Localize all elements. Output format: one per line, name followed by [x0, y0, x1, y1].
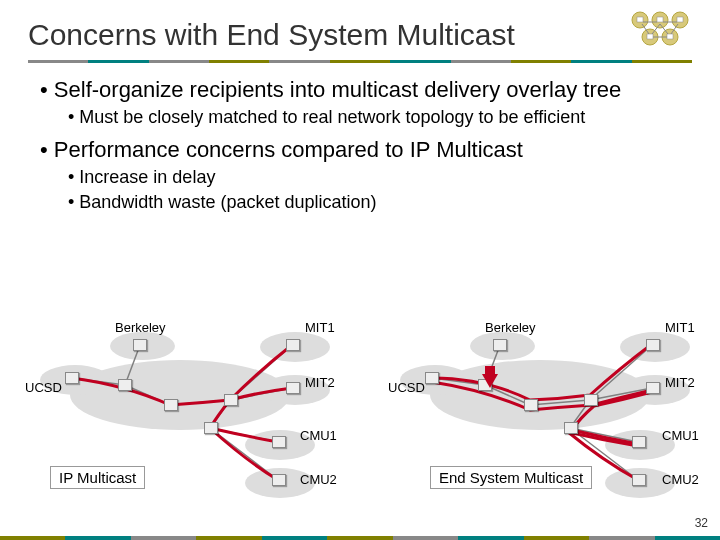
page-number: 32	[695, 516, 708, 530]
diagram-ip-multicast: Berkeley UCSD MIT1 MIT2 CMU1 CMU2 IP Mul…	[30, 320, 350, 490]
title-underline	[28, 60, 692, 63]
label-cmu2: CMU2	[300, 472, 337, 487]
ip-multicast-network	[30, 320, 350, 490]
svg-rect-5	[637, 17, 643, 22]
label-mit1: MIT1	[305, 320, 335, 335]
label-mit1-r: MIT1	[665, 320, 695, 335]
label-ucsd-r: UCSD	[388, 380, 425, 395]
slide-title: Concerns with End System Multicast	[0, 0, 720, 56]
label-mit2-r: MIT2	[665, 375, 695, 390]
bullet-1-1: Must be closely matched to real network …	[79, 107, 585, 127]
diagram-end-system-multicast: Berkeley UCSD MIT1 MIT2 CMU1 CMU2 End Sy…	[390, 320, 710, 490]
bullet-2-2: Bandwidth waste (packet duplication)	[79, 192, 376, 212]
svg-rect-8	[647, 34, 653, 39]
label-ucsd: UCSD	[25, 380, 62, 395]
bullet-1: Self-organize recipients into multicast …	[54, 77, 621, 102]
diagram-area: Berkeley UCSD MIT1 MIT2 CMU1 CMU2 IP Mul…	[0, 320, 720, 510]
label-cmu1: CMU1	[300, 428, 337, 443]
duplication-arrow-icon	[482, 374, 498, 388]
bullet-2: Performance concerns compared to IP Mult…	[54, 137, 523, 162]
esm-network	[390, 320, 710, 490]
network-logo-icon	[630, 10, 690, 55]
bullet-list: Self-organize recipients into multicast …	[0, 63, 720, 214]
caption-end-system-multicast: End System Multicast	[430, 466, 592, 489]
svg-rect-6	[657, 17, 663, 22]
svg-rect-7	[677, 17, 683, 22]
bullet-2-1: Increase in delay	[79, 167, 215, 187]
label-berkeley: Berkeley	[115, 320, 166, 335]
svg-rect-9	[667, 34, 673, 39]
label-berkeley-r: Berkeley	[485, 320, 536, 335]
footer-bar	[0, 536, 720, 540]
label-mit2: MIT2	[305, 375, 335, 390]
caption-ip-multicast: IP Multicast	[50, 466, 145, 489]
label-cmu2-r: CMU2	[662, 472, 699, 487]
label-cmu1-r: CMU1	[662, 428, 699, 443]
